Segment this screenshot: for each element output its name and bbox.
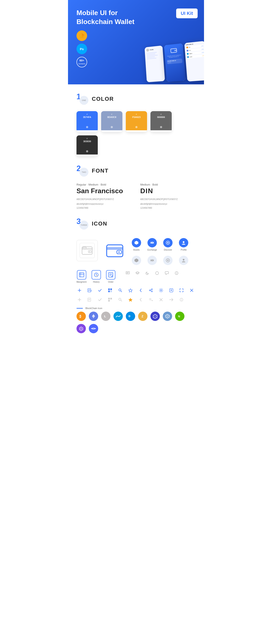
blockchain-label: BlockChain Icon: [86, 307, 102, 310]
grid-symbol: [153, 314, 158, 318]
neo-icon: N: [175, 312, 184, 321]
forward-icon-gray: [168, 297, 174, 303]
tab-icons-row: Mangment History: [76, 270, 196, 283]
qr-icon-gray-svg: [108, 298, 112, 302]
neo-symbol: N: [178, 314, 182, 318]
svg-rect-50: [111, 289, 112, 290]
svg-point-60: [152, 289, 152, 290]
tab-order: Order: [106, 270, 116, 283]
swatch-dark: # 303030: [76, 136, 98, 156]
screens-label: 60+Screens: [78, 59, 85, 65]
eth-icon: [89, 312, 98, 321]
svg-rect-55: [110, 292, 111, 292]
din-uppercase: ABCDEFGHIJKLMNOPQRSTUVWXYZ: [140, 198, 196, 201]
chevron-left-gray: [138, 297, 144, 303]
svg-rect-81: [108, 300, 110, 301]
btc-icon: ₿: [76, 312, 86, 321]
svg-marker-36: [136, 272, 139, 273]
exchange-icon-circle-gray: [148, 256, 157, 265]
speech-bubble-icon: [164, 270, 170, 276]
layers-icon-svg: [135, 271, 140, 275]
nav-icon-discover: Discover: [163, 238, 172, 251]
waves-icon: [114, 312, 123, 321]
matic-symbol: [79, 326, 84, 331]
svg-line-64: [150, 290, 151, 291]
comment-icon: [125, 270, 131, 276]
swatch-blue-color: # 3574FA: [76, 111, 98, 130]
waves-symbol: [116, 314, 121, 318]
search-icon: [117, 287, 123, 293]
list-icon-gray: [87, 297, 93, 303]
swatch-dark-color: # 303030: [76, 136, 98, 154]
profile-label: Profile: [180, 249, 186, 251]
qr-icon: [107, 287, 113, 293]
sketch-badge: [76, 30, 87, 41]
profile-icon-circle-gray: [179, 256, 188, 265]
nav-icons-group: Assets Exchange Discover: [132, 236, 188, 265]
color-section-number: 1 ONE: [76, 93, 88, 105]
svg-rect-53: [110, 291, 111, 291]
font-section-title: FONT: [92, 168, 108, 174]
download-icon: [168, 287, 174, 293]
swatch-bottom: [126, 130, 147, 132]
svg-marker-105: [80, 328, 82, 330]
swatch-bottom: [76, 154, 98, 156]
plus-icon: [76, 287, 82, 293]
forward-icon-gray-svg: [169, 298, 174, 302]
profile-icon-gray: [181, 258, 186, 263]
svg-point-29: [96, 275, 97, 276]
history-icon: [94, 272, 99, 277]
svg-line-58: [121, 291, 122, 292]
star-icon-svg: [128, 288, 132, 292]
tab-management: Mangment: [76, 270, 86, 283]
swatch-gray: # 666666: [150, 111, 172, 132]
phone-3: 6,297,502.12 BTC +2.3% ETH +1.8% WAVE: [184, 41, 204, 82]
assets-icon-gray: [134, 258, 139, 263]
check-icon-gray: [97, 297, 103, 303]
svg-rect-24: [79, 274, 84, 274]
ui-kit-badge: UI Kit: [176, 8, 198, 18]
svg-line-83: [121, 300, 122, 301]
close-icon: [189, 287, 195, 293]
svg-text:Ł: Ł: [104, 314, 106, 318]
svg-marker-84: [128, 298, 132, 302]
hero-title: Mobile UI for Blockchain Wallet: [76, 8, 144, 26]
exchange-icon-circle: [148, 238, 157, 248]
svg-rect-77: [108, 298, 110, 299]
band-icon: [89, 324, 98, 333]
circle-icon-svg: [155, 271, 159, 275]
list-edit-icon: [87, 287, 93, 293]
swatch-bottom: [76, 130, 98, 132]
svg-marker-102: [166, 315, 169, 318]
nav-icon-exchange: Exchange: [148, 238, 157, 251]
icon-number-word: THREE: [80, 220, 88, 230]
wallet-phone-icon: [170, 48, 177, 54]
discover-label: Discover: [164, 249, 172, 251]
svg-rect-5: [174, 50, 176, 51]
double-arrow-icon-gray: [148, 297, 154, 303]
icon-guideline-box: [76, 240, 98, 261]
management-label: Mangment: [76, 281, 86, 283]
svg-rect-23: [79, 273, 84, 277]
phone-2: Character may be mastered in the great m…: [164, 43, 186, 82]
star-icon-orange-svg: [128, 298, 132, 302]
check-icon-svg: [98, 289, 102, 292]
chevron-left-icon: [138, 287, 144, 293]
svg-marker-19: [134, 258, 138, 262]
close-icon-svg: [190, 289, 194, 292]
matic-icon: [76, 324, 86, 333]
swatch-dot: [135, 126, 138, 128]
management-icon-box: [77, 270, 86, 280]
swatch-bottom: [101, 130, 122, 132]
discover-icon-gray: [166, 258, 170, 263]
sf-style-label: Regular · Medium · Bold: [76, 183, 132, 186]
sf-uppercase: ABCDEFGHIJKLMNOPQRSTUVWXYZ: [76, 198, 132, 201]
svg-rect-79: [111, 298, 112, 299]
assets-icon: [134, 240, 139, 245]
icon-section-header: 3 THREE ICON: [76, 218, 196, 230]
tab-history: History: [92, 270, 101, 283]
hero-title-regular: Mobile UI for Blockchain: [76, 9, 118, 26]
utility-icons-row-2: [76, 297, 196, 303]
qr-icon-gray: [107, 297, 113, 303]
font-number-word: TWO: [80, 168, 88, 176]
